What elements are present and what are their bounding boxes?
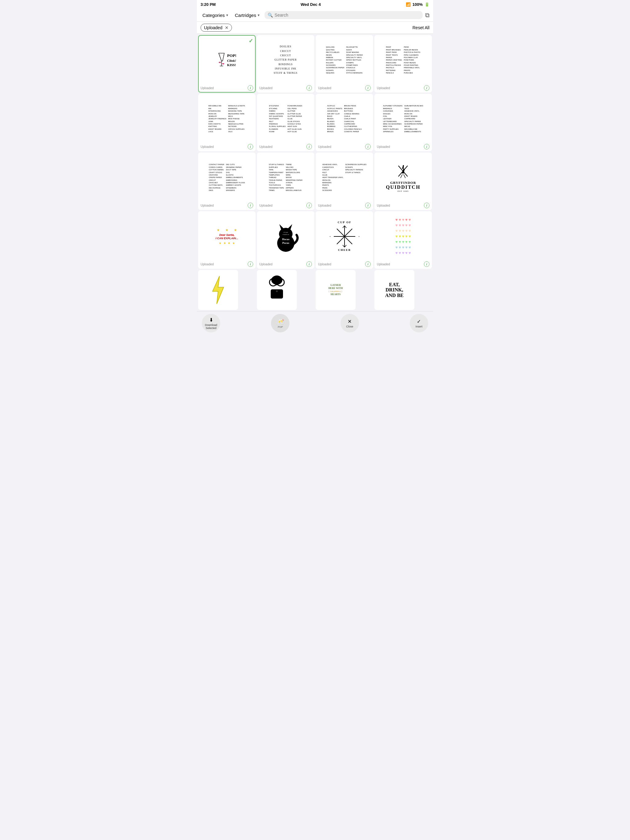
card-footer: Uploaded i — [199, 85, 255, 92]
info-icon[interactable]: i — [306, 144, 312, 149]
card-hocus-pocus[interactable]: it's just a bunch of Hocus Pocus Uploade… — [257, 211, 314, 269]
info-icon[interactable]: i — [365, 203, 371, 208]
info-icon[interactable]: i — [424, 203, 429, 208]
card-stuff-list[interactable]: STUFF & THINGSSUPPLIESTAPETEMPERA PAINTT… — [257, 153, 314, 210]
card-doilies-list[interactable]: DOILIESCRICUTCRICUTGLITTER PAPERBINDINGS… — [257, 35, 314, 93]
search-input[interactable] — [275, 13, 419, 17]
card-footer: Uploaded i — [316, 143, 372, 151]
card-paint-list[interactable]: PAINTPAINT BRUSHESPAINT PENSPAINT TRAYSP… — [374, 35, 432, 93]
svg-text:it's just: it's just — [283, 232, 288, 233]
info-icon[interactable]: i — [424, 261, 429, 267]
card-owl[interactable] — [257, 270, 297, 310]
svg-text:CUP OF: CUP OF — [337, 221, 351, 224]
svg-text:a bunch of: a bunch of — [282, 234, 289, 235]
cartridges-chevron-icon: ▼ — [257, 14, 260, 17]
card-label: Uploaded — [201, 262, 214, 266]
info-icon[interactable]: i — [365, 144, 371, 149]
svg-marker-0 — [219, 53, 224, 61]
status-date: Wed Dec 4 — [301, 2, 321, 7]
battery-icon: 🔋 — [424, 2, 429, 7]
insert-checkmark-icon: ✓ — [417, 319, 421, 324]
card-gryffindor[interactable]: GRYFFINDOR QUIDDITCH EST 1065 Uploaded i — [374, 153, 432, 210]
filter-icon[interactable]: ⧉ — [425, 12, 429, 19]
card-label: Uploaded — [377, 262, 390, 266]
cartridges-label: Cartridges — [235, 13, 256, 18]
selected-checkmark: ✓ — [249, 38, 253, 44]
wifi-icon: 📶 — [406, 2, 411, 7]
lightning-bolt-icon — [211, 275, 226, 305]
card-label: Uploaded — [201, 87, 214, 90]
info-icon[interactable]: i — [365, 261, 371, 267]
svg-point-5 — [222, 55, 223, 56]
card-label: Uploaded — [259, 262, 272, 266]
card-label: Uploaded — [318, 262, 331, 266]
filter-tag-remove-button[interactable]: ✕ — [225, 25, 229, 30]
card-footer: Uploaded i — [316, 202, 372, 209]
card-alphabet-list[interactable]: ALPHABET STICKERSBINDINGSCANVASESDOILIES… — [374, 94, 432, 151]
card-infusible-list[interactable]: INFUSIBLE INKINKINTERFACINGIRON-ONJEWELR… — [198, 94, 256, 151]
svg-text:CHEER: CHEER — [338, 248, 351, 251]
preview-icon[interactable]: 🥂 POP — [271, 314, 290, 332]
card-label: Uploaded — [259, 204, 272, 207]
info-icon[interactable]: i — [424, 144, 429, 149]
svg-text:✦: ✦ — [329, 236, 331, 237]
download-selected-button[interactable]: ⬇ Download Selected — [202, 314, 220, 332]
card-etcetera-list[interactable]: ETCETERAETCHINGFABRICFABRIC SCRAPSFAT QU… — [257, 94, 314, 151]
card-footer: Uploaded i — [199, 202, 255, 209]
card-gather-here[interactable]: GATHER HERE WITH ⟨ GRATEFUL ⟩ HEARTS — [316, 270, 356, 310]
download-icon: ⬇ — [209, 317, 213, 323]
info-icon[interactable]: i — [248, 144, 253, 149]
cup-of-cheer-icon: CUP OF CHEER ✦ ✦ — [329, 221, 360, 252]
card-label: Uploaded — [201, 145, 214, 148]
filter-tag-label: Uploaded — [204, 25, 222, 30]
info-icon[interactable]: i — [248, 261, 253, 267]
uploaded-filter-tag[interactable]: Uploaded ✕ — [201, 24, 232, 32]
info-icon[interactable]: i — [248, 85, 253, 91]
search-bar[interactable]: 🔍 — [264, 11, 423, 19]
card-hearts[interactable]: ♥ ♥ ♥ ♥ ♥ ♥ ♥ ♥ ♥ ♥ ♥ ♥ ♥ ♥ ♥ ♥ ♥ ♥ ♥ ♥ — [374, 211, 432, 269]
info-icon[interactable]: i — [365, 85, 371, 91]
preview-sub-label: POP — [278, 325, 283, 328]
reset-all-button[interactable]: Reset All — [413, 25, 429, 30]
card-lightning[interactable] — [198, 270, 238, 310]
cards-grid: POP! Clink! KISS! ✓ Uploaded i DOILIESCR… — [197, 34, 433, 311]
insert-button[interactable]: ✓ Insert — [410, 314, 428, 332]
card-cup-cheer[interactable]: CUP OF CHEER ✦ ✦ Uploaded i — [316, 211, 373, 269]
card-label: Uploaded — [259, 87, 272, 90]
close-button[interactable]: ✕ Close — [340, 314, 359, 332]
categories-chevron-icon: ▼ — [226, 14, 229, 17]
svg-line-12 — [404, 174, 405, 178]
card-label: Uploaded — [377, 145, 390, 148]
card-footer: Uploaded i — [316, 261, 372, 268]
quidditch-icon — [394, 163, 412, 180]
card-adhesive-list[interactable]: ADHESIVE VINYLCARDSTOCKCRICUTFELTGLUEHEA… — [316, 153, 373, 210]
owl-silhouette-icon — [264, 275, 289, 305]
card-footer: Uploaded i — [375, 261, 431, 268]
svg-point-7 — [222, 63, 224, 64]
card-quilling-list[interactable]: QUILLINGQUILTINGRECYCLABLESRESINRIBBONRO… — [316, 35, 373, 93]
svg-text:Hocus: Hocus — [282, 238, 290, 241]
info-icon[interactable]: i — [248, 203, 253, 208]
info-icon[interactable]: i — [306, 261, 312, 267]
cartridges-button[interactable]: Cartridges ▼ — [233, 11, 262, 19]
close-label: Close — [346, 325, 353, 328]
categories-button[interactable]: Categories ▼ — [201, 11, 230, 19]
card-acrylic-list[interactable]: ACRYLICACRYLIC PAINTSADHESIVESAIR DRY CL… — [316, 94, 373, 151]
card-contact-list[interactable]: CONTACT PAPERCORDS CARDSCOTTON SWABSCRAF… — [198, 153, 256, 210]
insert-label: Insert — [416, 325, 423, 328]
svg-text:✦: ✦ — [358, 236, 359, 237]
info-icon[interactable]: i — [306, 85, 312, 91]
search-icon: 🔍 — [268, 13, 273, 17]
card-dear-santa[interactable]: ★ ★ ★ Dear Santa, I CAN EXPLAIN... ★ ★ ★… — [198, 211, 256, 269]
card-eat-drink[interactable]: EAT,DRINK,AND BE — [374, 270, 414, 310]
status-bar: 3:20 PM Wed Dec 4 📶 100% 🔋 — [197, 0, 433, 9]
card-label: Uploaded — [377, 87, 390, 90]
card-footer: Uploaded i — [258, 261, 314, 268]
info-icon[interactable]: i — [424, 85, 429, 91]
info-icon[interactable]: i — [306, 203, 312, 208]
filter-row: Uploaded ✕ Reset All — [197, 22, 433, 34]
svg-point-4 — [222, 54, 222, 54]
svg-line-11 — [400, 174, 402, 178]
svg-marker-34 — [212, 276, 224, 304]
card-pop-clink-kiss[interactable]: POP! Clink! KISS! ✓ Uploaded i — [198, 35, 256, 93]
